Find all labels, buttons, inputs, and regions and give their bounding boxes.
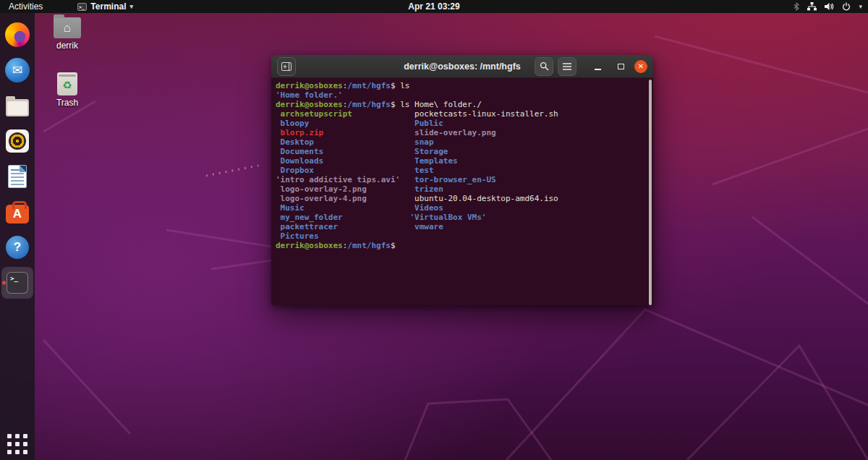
terminal-line: Desktop snap — [276, 137, 649, 147]
home-folder-icon: ⌂ — [54, 17, 81, 38]
terminal-line: blorp.zip slide-overlay.png — [276, 128, 649, 137]
hamburger-menu-icon — [563, 63, 571, 70]
dock-item-libreoffice-writer[interactable] — [1, 161, 33, 192]
terminal-line: Pictures — [276, 231, 649, 241]
terminal-line: packettracer vmware — [276, 222, 649, 231]
close-button[interactable]: ✕ — [634, 60, 647, 73]
grid-icon — [7, 434, 27, 454]
search-icon — [540, 61, 549, 71]
volume-icon — [825, 2, 834, 11]
dock-item-firefox[interactable] — [1, 19, 33, 51]
terminal-line: Downloads Templates — [276, 156, 649, 166]
desktop-icon-trash[interactable]: ♻ Trash — [44, 72, 90, 108]
terminal-line: bloopy Public — [276, 119, 649, 128]
software-letter: A — [13, 207, 22, 221]
ubuntu-software-icon: A — [6, 205, 29, 223]
terminal-app-icon: >_ — [77, 3, 87, 11]
dock-item-ubuntu-software[interactable]: A — [1, 196, 33, 228]
terminal-line: logo-overlay-2.png trizen — [276, 184, 649, 194]
window-title: derrik@osboxes: /mnt/hgfs — [404, 61, 521, 72]
app-menu-label: Terminal — [90, 1, 126, 12]
desktop-icon-label: derrik — [56, 41, 78, 51]
chevron-down-icon: ▾ — [129, 3, 133, 10]
envelope-icon: ✉ — [12, 63, 22, 78]
bluetooth-icon — [793, 2, 799, 11]
terminal-line: archsetupscript pocketcasts-linux-instal… — [276, 109, 649, 119]
terminal-output: derrik@osboxes:/mnt/hgfs$ ls'Home folder… — [271, 78, 653, 253]
top-bar: Activities >_ Terminal ▾ Apr 21 03:29 — [0, 0, 868, 13]
dock-item-help[interactable]: ? — [1, 231, 33, 263]
maximize-button[interactable] — [611, 57, 630, 76]
terminal-line: logo-overlay-4.png ubuntu-20.04-desktop-… — [276, 194, 649, 203]
minimize-icon — [595, 69, 601, 70]
files-folder-icon — [6, 99, 29, 116]
app-menu-terminal[interactable]: >_ Terminal ▾ — [72, 0, 139, 13]
terminal-line: Music Videos — [276, 203, 649, 213]
search-button[interactable] — [535, 57, 553, 76]
dock-item-thunderbird[interactable]: ✉ — [1, 54, 33, 86]
writer-document-icon — [8, 165, 27, 188]
terminal-window: derrik@osboxes: /mnt/hgfs ✕ — [271, 55, 653, 305]
terminal-line: my_new_folder 'VirtualBox VMs' — [276, 213, 649, 222]
window-titlebar[interactable]: derrik@osboxes: /mnt/hgfs ✕ — [271, 55, 653, 78]
dock: ✉ A ? >_ — [0, 13, 35, 460]
terminal-line: derrik@osboxes:/mnt/hgfs$ ls Home\ folde… — [276, 100, 649, 109]
show-applications-button[interactable] — [0, 428, 35, 460]
wired-network-icon — [807, 2, 817, 11]
terminal-line: 'intro addictive tips.avi' tor-browser_e… — [276, 175, 649, 184]
dock-item-terminal[interactable]: >_ — [1, 267, 33, 299]
minimize-button[interactable] — [588, 57, 607, 76]
activities-button[interactable]: Activities — [0, 0, 51, 13]
recycle-icon: ♻ — [62, 79, 72, 92]
desktop-icon-home-folder[interactable]: ⌂ derrik — [44, 17, 90, 51]
desktop: Activities >_ Terminal ▾ Apr 21 03:29 — [0, 0, 868, 460]
rhythmbox-speaker-icon — [6, 129, 29, 153]
clock[interactable]: Apr 21 03:29 — [401, 0, 467, 13]
terminal-line: Documents Storage — [276, 147, 649, 156]
close-icon: ✕ — [638, 63, 644, 70]
firefox-icon — [5, 22, 30, 47]
maximize-icon — [618, 64, 624, 69]
terminal-icon: >_ — [7, 272, 28, 294]
terminal-content[interactable]: derrik@osboxes:/mnt/hgfs$ ls'Home folder… — [271, 78, 653, 305]
chevron-down-icon: ▾ — [859, 3, 862, 10]
home-icon: ⌂ — [64, 22, 71, 34]
dock-item-files[interactable] — [1, 90, 33, 122]
new-tab-icon — [281, 62, 292, 71]
terminal-line: 'Home folder.' — [276, 90, 649, 100]
terminal-scrollbar[interactable] — [649, 80, 652, 305]
new-tab-button[interactable] — [277, 57, 296, 76]
help-icon: ? — [6, 236, 29, 259]
terminal-line: derrik@osboxes:/mnt/hgfs$ — [276, 241, 649, 250]
desktop-icon-label: Trash — [56, 98, 78, 108]
trash-can-icon: ♻ — [57, 72, 77, 95]
terminal-line: Dropbox test — [276, 166, 649, 175]
dock-item-rhythmbox[interactable] — [1, 125, 33, 157]
system-status-area[interactable]: ▾ — [788, 0, 868, 13]
power-icon — [842, 2, 851, 11]
terminal-line: derrik@osboxes:/mnt/hgfs$ ls — [276, 81, 649, 90]
thunderbird-icon: ✉ — [5, 58, 30, 82]
question-mark: ? — [14, 240, 21, 255]
menu-button[interactable] — [558, 57, 576, 76]
